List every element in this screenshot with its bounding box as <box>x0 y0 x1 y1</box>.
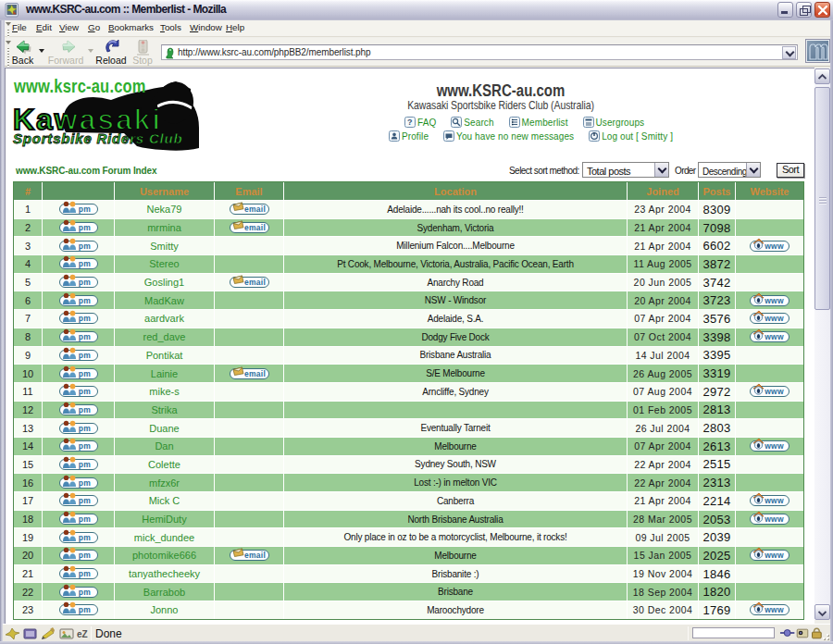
svg-text:?: ? <box>407 118 413 127</box>
svg-text:eZ: eZ <box>77 629 88 639</box>
